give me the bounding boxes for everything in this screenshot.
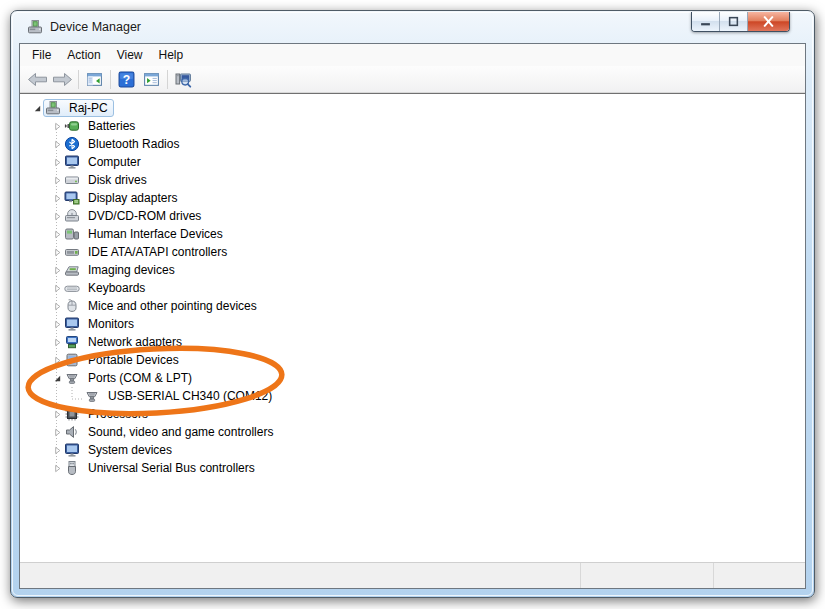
close-icon	[762, 16, 775, 27]
menu-help[interactable]: Help	[151, 44, 192, 66]
expand-arrow-icon[interactable]	[50, 423, 64, 441]
tree-item-dvd-cd-rom-drives[interactable]: DVD/CD-ROM drives	[20, 207, 805, 225]
toolbar-show-hide-action-pane-button[interactable]	[139, 68, 164, 90]
tree-item-ide-ata-atapi-controllers[interactable]: IDE ATA/ATAPI controllers	[20, 243, 805, 261]
menu-file[interactable]: File	[24, 44, 59, 66]
tree-item-sound-video-and-game-controllers[interactable]: Sound, video and game controllers	[20, 423, 805, 441]
tree-item-label: Processors	[86, 407, 150, 422]
expand-arrow-icon[interactable]	[50, 207, 64, 225]
selected-item-highlight: Raj-PC	[43, 99, 114, 117]
tree-item-label: Mice and other pointing devices	[86, 299, 259, 314]
device-manager-icon	[27, 19, 43, 35]
tree-item-label: Sound, video and game controllers	[86, 425, 275, 440]
tree-item-label: Portable Devices	[86, 353, 181, 368]
help-icon: ?	[118, 71, 135, 88]
maximize-button[interactable]	[720, 12, 748, 31]
tree-item-display-adapters[interactable]: Display adapters	[20, 189, 805, 207]
serial-port-icon	[64, 370, 80, 386]
tree-item-label: Network adapters	[86, 335, 184, 350]
system-device-icon	[64, 442, 80, 458]
tree-item-portable-devices[interactable]: Portable Devices	[20, 351, 805, 369]
battery-icon	[64, 118, 80, 134]
close-button[interactable]	[748, 12, 789, 31]
tree-item-processors[interactable]: Processors	[20, 405, 805, 423]
tree-item-keyboards[interactable]: Keyboards	[20, 279, 805, 297]
tree-item-label: Computer	[86, 155, 143, 170]
expand-arrow-icon[interactable]	[50, 243, 64, 261]
tree-item-label: Universal Serial Bus controllers	[86, 461, 257, 476]
computer-icon	[64, 154, 80, 170]
toolbar-help-button[interactable]: ?	[114, 68, 139, 90]
menu-action[interactable]: Action	[59, 44, 108, 66]
computer-root-icon	[45, 100, 61, 116]
tree-item-label: Disk drives	[86, 173, 149, 188]
expand-arrow-icon[interactable]	[50, 261, 64, 279]
title-bar[interactable]: Device Manager	[11, 11, 814, 43]
tree-item-label: Bluetooth Radios	[86, 137, 181, 152]
expand-arrow-icon[interactable]	[50, 279, 64, 297]
toolbar-back-button[interactable]	[25, 68, 50, 90]
expand-arrow-icon[interactable]	[50, 117, 64, 135]
tree-item-mice-and-other-pointing-devices[interactable]: Mice and other pointing devices	[20, 297, 805, 315]
tree-item-system-devices[interactable]: System devices	[20, 441, 805, 459]
toolbar-separator	[167, 70, 168, 89]
imaging-device-icon	[64, 262, 80, 278]
tree-item-imaging-devices[interactable]: Imaging devices	[20, 261, 805, 279]
ide-controller-icon	[64, 244, 80, 260]
back-arrow-icon	[27, 72, 48, 87]
toolbar-show-hide-console-tree-button[interactable]	[82, 68, 107, 90]
tree-item-monitors[interactable]: Monitors	[20, 315, 805, 333]
expand-arrow-icon[interactable]	[50, 315, 64, 333]
minimize-button[interactable]	[692, 12, 720, 31]
menu-view[interactable]: View	[109, 44, 151, 66]
expand-arrow-icon[interactable]	[50, 441, 64, 459]
tree-item-raj-pc[interactable]: Raj-PC	[20, 99, 805, 117]
tree-item-ports-com-lpt[interactable]: Ports (COM & LPT)	[20, 369, 805, 387]
serial-port-icon	[84, 388, 100, 404]
toolbar-scan-for-hardware-changes-button[interactable]	[171, 68, 196, 90]
screenshot-stage: Device Manager FileActionViewHelp ? Raj-…	[0, 0, 825, 609]
usb-controller-icon	[64, 460, 80, 476]
tree-item-label: DVD/CD-ROM drives	[86, 209, 203, 224]
tree-item-usb-serial-ch340-com12[interactable]: USB-SERIAL CH340 (COM12)	[20, 387, 805, 405]
tree-item-computer[interactable]: Computer	[20, 153, 805, 171]
status-section	[713, 563, 805, 588]
tree-item-disk-drives[interactable]: Disk drives	[20, 171, 805, 189]
toolbar-separator	[110, 70, 111, 89]
expand-arrow-icon[interactable]	[50, 171, 64, 189]
expand-arrow-icon[interactable]	[50, 405, 64, 423]
tree-item-batteries[interactable]: Batteries	[20, 117, 805, 135]
display-adapter-icon	[64, 190, 80, 206]
monitor-icon	[64, 316, 80, 332]
expand-arrow-icon[interactable]	[50, 459, 64, 477]
tree-item-network-adapters[interactable]: Network adapters	[20, 333, 805, 351]
tree-item-human-interface-devices[interactable]: Human Interface Devices	[20, 225, 805, 243]
expand-arrow-icon[interactable]	[50, 153, 64, 171]
window-title: Device Manager	[50, 20, 141, 34]
keyboard-icon	[64, 280, 80, 296]
collapse-arrow-icon[interactable]	[30, 99, 44, 117]
device-manager-window: Device Manager FileActionViewHelp ? Raj-…	[10, 10, 815, 598]
expand-arrow-icon[interactable]	[50, 351, 64, 369]
tree-item-label: Human Interface Devices	[86, 227, 225, 242]
minimize-icon	[700, 16, 711, 27]
expand-arrow-icon[interactable]	[50, 225, 64, 243]
sound-icon	[64, 424, 80, 440]
action-pane-icon	[143, 71, 160, 88]
tree-item-label: Batteries	[86, 119, 137, 134]
status-section	[580, 563, 713, 588]
tree-item-label: Keyboards	[86, 281, 147, 296]
hid-icon	[64, 226, 80, 242]
tree-item-bluetooth-radios[interactable]: Bluetooth Radios	[20, 135, 805, 153]
status-section	[20, 563, 580, 588]
toolbar-forward-button[interactable]	[50, 68, 75, 90]
toolbar: ?	[20, 66, 805, 93]
bluetooth-icon	[64, 136, 80, 152]
collapse-arrow-icon[interactable]	[50, 369, 64, 387]
expand-arrow-icon[interactable]	[50, 135, 64, 153]
expand-arrow-icon[interactable]	[50, 333, 64, 351]
expand-arrow-icon[interactable]	[50, 189, 64, 207]
tree-item-universal-serial-bus-controllers[interactable]: Universal Serial Bus controllers	[20, 459, 805, 477]
client-area: FileActionViewHelp ? Raj-PCBatteriesBlue…	[19, 43, 806, 589]
expand-arrow-icon[interactable]	[50, 297, 64, 315]
